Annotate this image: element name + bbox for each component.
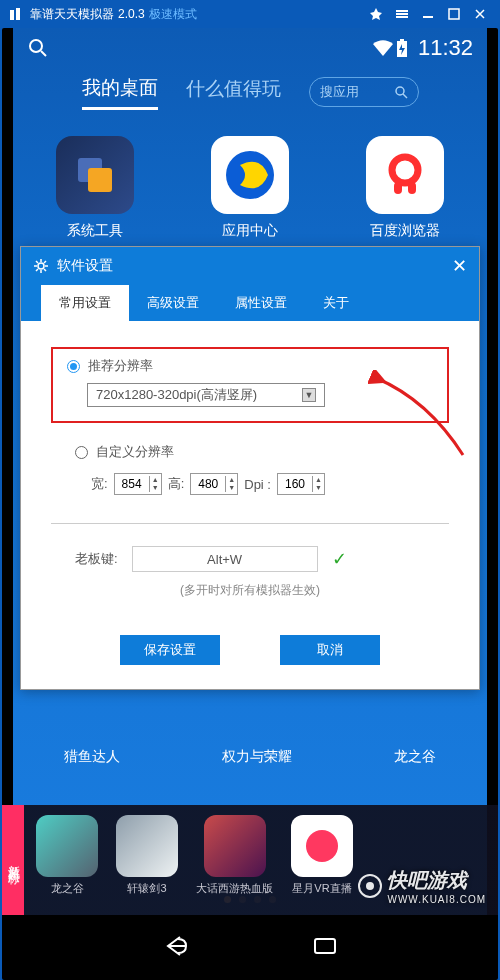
watermark-icon xyxy=(357,873,383,899)
tab-properties[interactable]: 属性设置 xyxy=(217,285,305,321)
app-label: 系统工具 xyxy=(67,222,123,240)
promo-game[interactable]: 龙之谷 xyxy=(36,815,98,896)
app-title: 靠谱天天模拟器 xyxy=(30,6,114,23)
svg-rect-5 xyxy=(423,16,433,18)
svg-rect-9 xyxy=(400,39,404,41)
watermark-url: WWW.KUAI8.COM xyxy=(387,894,486,905)
promo-game[interactable]: 大话西游热血版 xyxy=(196,815,273,896)
svg-rect-0 xyxy=(10,10,14,20)
radio-custom[interactable] xyxy=(75,446,88,459)
save-button[interactable]: 保存设置 xyxy=(120,635,220,665)
svg-rect-2 xyxy=(396,10,408,12)
width-label: 宽: xyxy=(91,475,108,493)
settings-dialog: 软件设置 ✕ 常用设置 高级设置 属性设置 关于 推荐分辨率 720x1280-… xyxy=(20,246,480,690)
recents-button[interactable] xyxy=(310,931,340,965)
svg-rect-6 xyxy=(449,9,459,19)
svg-rect-4 xyxy=(396,16,408,18)
svg-point-21 xyxy=(366,882,374,890)
svg-point-19 xyxy=(38,263,44,269)
app-baidu-browser[interactable]: 百度浏览器 xyxy=(342,136,467,240)
game-label: 星月VR直播 xyxy=(292,881,351,896)
svg-rect-1 xyxy=(16,8,20,20)
hotkey-input[interactable]: Alt+W xyxy=(132,546,318,572)
recommend-radio-row[interactable]: 推荐分辨率 xyxy=(67,357,433,375)
dimension-row: 宽: ▲▼ 高: ▲▼ Dpi : ▲▼ xyxy=(91,473,449,495)
promo-game[interactable]: 星月VR直播 xyxy=(291,815,353,896)
svg-rect-12 xyxy=(88,168,112,192)
tab-my-desktop[interactable]: 我的桌面 xyxy=(82,75,158,110)
hotkey-row: 老板键: Alt+W ✓ xyxy=(75,546,449,572)
height-input[interactable] xyxy=(191,477,225,491)
dpi-label: Dpi : xyxy=(244,477,271,492)
width-spinner[interactable]: ▲▼ xyxy=(114,473,162,495)
svg-point-10 xyxy=(396,87,404,95)
status-time: 11:32 xyxy=(418,35,473,61)
android-nav-bar xyxy=(13,915,487,980)
gear-icon xyxy=(33,258,49,274)
search-icon[interactable] xyxy=(27,37,49,59)
app-app-center[interactable]: 应用中心 xyxy=(188,136,313,240)
dpi-spinner[interactable]: ▲▼ xyxy=(277,473,325,495)
resolution-value: 720x1280-320dpi(高清竖屏) xyxy=(96,386,257,404)
dropdown-arrow-icon: ▼ xyxy=(302,388,316,402)
width-input[interactable] xyxy=(115,477,149,491)
dialog-header: 软件设置 ✕ xyxy=(21,247,479,285)
settings-button[interactable] xyxy=(390,4,414,24)
game-label: 大话西游热血版 xyxy=(196,881,273,896)
dialog-title: 软件设置 xyxy=(57,257,113,275)
dialog-close-button[interactable]: ✕ xyxy=(452,255,467,277)
app-system-tools[interactable]: 系统工具 xyxy=(33,136,158,240)
android-statusbar: 11:32 xyxy=(13,28,487,68)
dialog-footer: 保存设置 取消 xyxy=(21,635,479,665)
height-spinner[interactable]: ▲▼ xyxy=(190,473,238,495)
app-mode: 极速模式 xyxy=(149,6,197,23)
app-label: 猎鱼达人 xyxy=(64,748,120,766)
dialog-tabs: 常用设置 高级设置 属性设置 关于 xyxy=(21,285,479,321)
close-button[interactable] xyxy=(468,4,492,24)
promo-game[interactable]: 轩辕剑3 xyxy=(116,815,178,896)
resolution-dropdown[interactable]: 720x1280-320dpi(高清竖屏) ▼ xyxy=(87,383,325,407)
tab-advanced[interactable]: 高级设置 xyxy=(129,285,217,321)
maximize-button[interactable] xyxy=(442,4,466,24)
svg-rect-18 xyxy=(315,939,335,953)
svg-point-17 xyxy=(306,830,338,862)
back-button[interactable] xyxy=(160,931,190,965)
promo-tag: 新游风向标 xyxy=(2,805,24,915)
minimize-button[interactable] xyxy=(416,4,440,24)
height-label: 高: xyxy=(168,475,185,493)
hotkey-note: (多开时对所有模拟器生效) xyxy=(51,582,449,599)
app-version: 2.0.3 xyxy=(118,7,145,21)
app-label: 应用中心 xyxy=(222,222,278,240)
dpi-input[interactable] xyxy=(278,477,312,491)
window-titlebar: 靠谱天天模拟器 2.0.3 极速模式 xyxy=(0,0,500,28)
app-label: 百度浏览器 xyxy=(370,222,440,240)
tab-about[interactable]: 关于 xyxy=(305,285,367,321)
app-label: 权力与荣耀 xyxy=(222,748,292,766)
custom-label: 自定义分辨率 xyxy=(96,443,174,461)
search-input[interactable]: 搜应用 xyxy=(309,77,419,107)
search-icon-small xyxy=(394,85,408,99)
svg-rect-16 xyxy=(408,182,416,194)
tab-common[interactable]: 常用设置 xyxy=(41,285,129,321)
game-label: 龙之谷 xyxy=(51,881,84,896)
search-placeholder: 搜应用 xyxy=(320,83,359,101)
recommend-label: 推荐分辨率 xyxy=(88,357,153,375)
svg-rect-3 xyxy=(396,13,408,15)
watermark: 快吧游戏 WWW.KUAI8.COM xyxy=(357,867,486,905)
radio-recommend[interactable] xyxy=(67,360,80,373)
app-label: 龙之谷 xyxy=(394,748,436,766)
tab-worth-playing[interactable]: 什么值得玩 xyxy=(186,76,281,108)
custom-radio-row[interactable]: 自定义分辨率 xyxy=(75,443,449,461)
pin-button[interactable] xyxy=(364,4,388,24)
app-grid: 系统工具 应用中心 百度浏览器 xyxy=(13,116,487,260)
cancel-button[interactable]: 取消 xyxy=(280,635,380,665)
svg-point-7 xyxy=(30,40,42,52)
battery-icon xyxy=(396,39,408,57)
game-label: 轩辕剑3 xyxy=(127,881,166,896)
svg-point-14 xyxy=(392,157,418,183)
app-row-labels: 猎鱼达人 权力与荣耀 龙之谷 xyxy=(13,748,487,766)
check-icon: ✓ xyxy=(332,548,347,570)
app-logo-icon xyxy=(8,6,24,22)
svg-rect-15 xyxy=(394,182,402,194)
watermark-text: 快吧游戏 xyxy=(387,867,486,894)
